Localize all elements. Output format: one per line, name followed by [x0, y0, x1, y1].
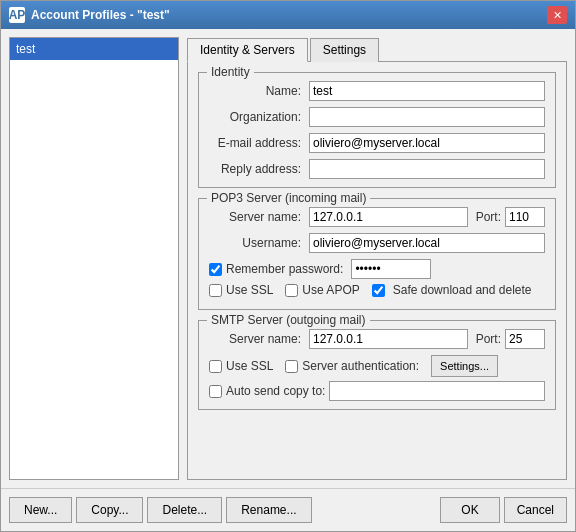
password-input[interactable] [351, 259, 431, 279]
smtp-use-ssl-checkbox[interactable] [209, 360, 222, 373]
pop3-server-input[interactable] [309, 207, 468, 227]
tab-content: Identity Name: Organization: E-mail addr… [187, 61, 567, 480]
title-bar-left: AP Account Profiles - "test" [9, 7, 170, 23]
email-input[interactable] [309, 133, 545, 153]
window-title: Account Profiles - "test" [31, 8, 170, 22]
name-label: Name: [209, 84, 309, 98]
org-input[interactable] [309, 107, 545, 127]
copy-button[interactable]: Copy... [76, 497, 143, 523]
reply-input[interactable] [309, 159, 545, 179]
remember-label: Remember password: [226, 262, 343, 276]
use-ssl-checkbox[interactable] [209, 284, 222, 297]
bottom-right-buttons: OK Cancel [440, 497, 567, 523]
reply-row: Reply address: [209, 159, 545, 179]
email-row: E-mail address: [209, 133, 545, 153]
new-button[interactable]: New... [9, 497, 72, 523]
smtp-auto-send-input[interactable] [329, 381, 545, 401]
safe-dl-group: Safe download and delete [372, 283, 532, 297]
smtp-auto-send-row: Auto send copy to: [209, 381, 545, 401]
safe-dl-label: Safe download and delete [393, 283, 532, 297]
title-buttons: ✕ [547, 6, 567, 24]
pop3-group-title: POP3 Server (incoming mail) [207, 191, 370, 205]
window: AP Account Profiles - "test" ✕ test Iden… [0, 0, 576, 532]
bottom-bar: New... Copy... Delete... Rename... OK Ca… [1, 488, 575, 531]
use-apop-label: Use APOP [302, 283, 359, 297]
app-icon-label: AP [9, 8, 26, 22]
smtp-use-ssl-label: Use SSL [226, 359, 273, 373]
pop3-group: POP3 Server (incoming mail) Server name:… [198, 198, 556, 310]
tab-identity-servers-label: Identity & Servers [200, 43, 295, 57]
smtp-group-title: SMTP Server (outgoing mail) [207, 313, 370, 327]
sidebar-item-test[interactable]: test [10, 38, 178, 60]
sidebar: test [9, 37, 179, 480]
use-ssl-group: Use SSL [209, 283, 273, 297]
identity-group-title: Identity [207, 65, 254, 79]
pop3-port-label: Port: [476, 210, 501, 224]
app-icon: AP [9, 7, 25, 23]
use-apop-checkbox[interactable] [285, 284, 298, 297]
tab-settings-label: Settings [323, 43, 366, 57]
smtp-use-ssl-group: Use SSL [209, 359, 273, 373]
pop3-username-label: Username: [209, 236, 309, 250]
delete-button[interactable]: Delete... [147, 497, 222, 523]
ok-button[interactable]: OK [440, 497, 499, 523]
smtp-server-auth-group: Server authentication: [285, 359, 419, 373]
close-button[interactable]: ✕ [547, 6, 567, 24]
pop3-server-label: Server name: [209, 210, 309, 224]
identity-group: Identity Name: Organization: E-mail addr… [198, 72, 556, 188]
smtp-port-label: Port: [476, 332, 501, 346]
tab-settings[interactable]: Settings [310, 38, 379, 62]
main-content: test Identity & Servers Settings Identit… [1, 29, 575, 488]
pop3-username-input[interactable] [309, 233, 545, 253]
title-bar: AP Account Profiles - "test" ✕ [1, 1, 575, 29]
use-ssl-label: Use SSL [226, 283, 273, 297]
remember-checkbox[interactable] [209, 263, 222, 276]
reply-label: Reply address: [209, 162, 309, 176]
use-apop-group: Use APOP [285, 283, 359, 297]
org-label: Organization: [209, 110, 309, 124]
smtp-server-input[interactable] [309, 329, 468, 349]
right-panel: Identity & Servers Settings Identity Nam… [187, 37, 567, 480]
name-input[interactable] [309, 81, 545, 101]
bottom-left-buttons: New... Copy... Delete... Rename... [9, 497, 312, 523]
tab-bar: Identity & Servers Settings [187, 37, 567, 62]
smtp-server-label: Server name: [209, 332, 309, 346]
name-row: Name: [209, 81, 545, 101]
rename-button[interactable]: Rename... [226, 497, 311, 523]
pop3-username-row: Username: [209, 233, 545, 253]
safe-dl-checkbox[interactable] [372, 284, 385, 297]
smtp-port-input[interactable] [505, 329, 545, 349]
pop3-options-row: Use SSL Use APOP Safe download and delet… [209, 283, 545, 297]
remember-row: Remember password: [209, 259, 545, 279]
smtp-server-row: Server name: Port: [209, 329, 545, 349]
pop3-server-row: Server name: Port: [209, 207, 545, 227]
smtp-server-auth-label: Server authentication: [302, 359, 419, 373]
tab-identity-servers[interactable]: Identity & Servers [187, 38, 308, 62]
smtp-options-row: Use SSL Server authentication: Settings.… [209, 355, 545, 377]
sidebar-item-label: test [16, 42, 35, 56]
smtp-group: SMTP Server (outgoing mail) Server name:… [198, 320, 556, 410]
smtp-auto-send-label: Auto send copy to: [226, 384, 325, 398]
pop3-port-input[interactable] [505, 207, 545, 227]
cancel-button[interactable]: Cancel [504, 497, 567, 523]
smtp-settings-button[interactable]: Settings... [431, 355, 498, 377]
email-label: E-mail address: [209, 136, 309, 150]
smtp-server-auth-checkbox[interactable] [285, 360, 298, 373]
org-row: Organization: [209, 107, 545, 127]
smtp-auto-send-checkbox[interactable] [209, 385, 222, 398]
